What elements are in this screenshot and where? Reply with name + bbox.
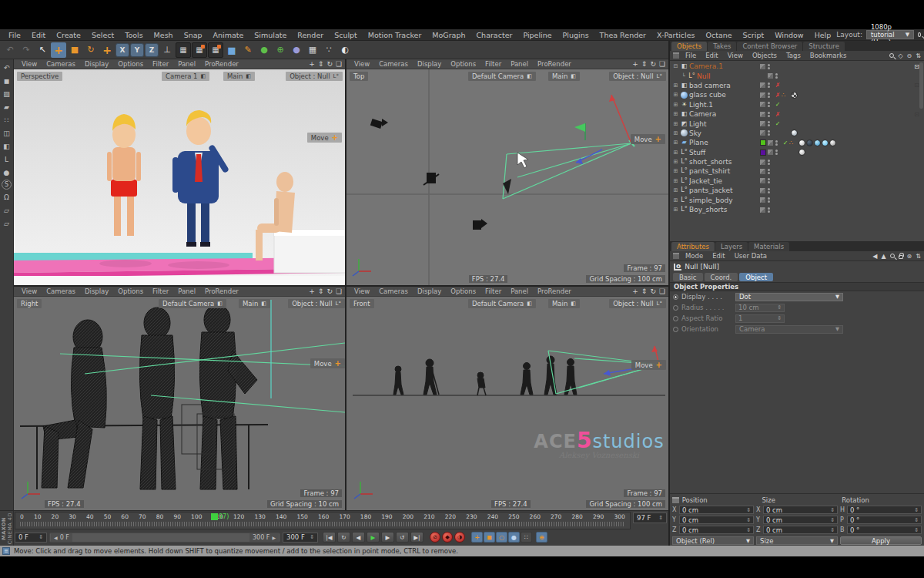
visibility-dots-icon[interactable] (768, 168, 771, 175)
keyframe-circle-icon[interactable] (673, 327, 678, 332)
size-field[interactable]: 0 cm⇕ (763, 506, 838, 514)
menu-item[interactable]: Tools (119, 31, 148, 39)
viewport-menu-item[interactable]: Cameras (42, 287, 80, 295)
material-tag[interactable] (791, 129, 798, 136)
position-field[interactable]: 0 cm⇕ (679, 526, 754, 534)
visibility-square-icon[interactable] (760, 92, 765, 98)
mode-toolbar-icon[interactable]: ▱ (1, 217, 12, 229)
visibility-square-icon[interactable] (760, 130, 765, 136)
viewport-menu-item[interactable]: View (17, 60, 42, 68)
view-control-icon[interactable]: ❏ (659, 60, 665, 68)
timeline-ruler[interactable]: 0102030405060708090100110120130140150160… (15, 512, 631, 529)
toolbar-icon[interactable]: ● (256, 42, 272, 58)
expression-tag-icon[interactable]: ∴ (789, 139, 798, 146)
transport-button[interactable]: ↺ (396, 532, 409, 543)
toolbar-icon[interactable]: + (51, 42, 66, 58)
object-name[interactable]: Light (689, 120, 760, 128)
toolbar-icon[interactable]: ▦ (305, 42, 320, 58)
object-manager-menu-item[interactable]: Objects (748, 52, 782, 59)
toolbar-icon[interactable]: ↷ (18, 42, 34, 58)
main-label[interactable]: Main◧ (548, 299, 580, 308)
toolbar-icon[interactable]: Y (130, 43, 144, 57)
object-name[interactable]: pants_jacket (689, 187, 760, 194)
object-name[interactable]: Null (697, 72, 768, 80)
mode-toolbar-icon[interactable]: L (1, 153, 12, 165)
viewport-menu-item[interactable]: Options (446, 60, 480, 68)
object-row[interactable]: ⊞ L° pants_tshirt (670, 166, 924, 176)
visibility-dots-icon[interactable] (775, 139, 778, 146)
range-left-handle[interactable]: ◀ (54, 535, 58, 540)
viewport-menu-item[interactable]: View (350, 287, 374, 295)
object-row[interactable]: ⊞ ◧ bad camera ✗ (670, 81, 924, 90)
object-manager-menu-item[interactable]: File (681, 52, 701, 59)
viewport-top[interactable]: ViewCamerasDisplayOptionsFilterPanelProR… (346, 59, 668, 285)
view-control-icon[interactable]: + (309, 287, 315, 295)
mode-toolbar-icon[interactable]: ◫ (1, 127, 12, 139)
mode-toolbar-icon[interactable]: ● (1, 166, 12, 178)
visibility-dots-icon[interactable] (768, 82, 771, 89)
rotation-field[interactable]: 0 °⇕ (847, 506, 922, 514)
transport-button[interactable]: ▶| (410, 532, 424, 543)
material-tag[interactable] (798, 149, 805, 156)
viewport-menu-item[interactable]: Options (113, 287, 148, 295)
visibility-dots-icon[interactable] (768, 159, 771, 166)
viewport-menu-item[interactable]: Panel (173, 60, 200, 68)
keyframe-toggle-button[interactable]: ◼ (484, 532, 495, 543)
mode-toolbar-icon[interactable]: S (2, 180, 12, 190)
camera-label[interactable]: Default Camera◧ (159, 299, 226, 308)
viewport-menu-item[interactable]: Options (446, 287, 480, 295)
object-name[interactable]: Stuff (689, 149, 760, 156)
layout-dropdown[interactable]: 1080p tutorial (User)▼ (866, 30, 914, 39)
object-name[interactable]: Camera.1 (689, 62, 760, 70)
toolbar-icon[interactable]: Z (145, 43, 159, 57)
playhead[interactable]: 97) (211, 513, 229, 529)
menu-item[interactable]: Render (292, 31, 329, 39)
viewport-menu-item[interactable]: ProRender (200, 60, 243, 68)
visibility-dots-icon[interactable] (768, 177, 771, 184)
range-right-handle[interactable]: ▶ (272, 535, 276, 540)
transport-button[interactable]: ◀ (352, 532, 365, 543)
expand-toggle-icon[interactable]: ⊞ (672, 168, 679, 174)
viewport-right[interactable]: ViewCamerasDisplayOptionsFilterPanelProR… (14, 287, 345, 510)
toolbar-icon[interactable]: ↶ (2, 42, 18, 58)
mode-toolbar-icon[interactable]: ▨ (1, 88, 12, 99)
attribute-subtab[interactable]: Basic (673, 273, 703, 281)
lock-icon[interactable] (899, 255, 903, 259)
viewport-perspective[interactable]: ViewCamerasDisplayOptionsFilterPanelProR… (14, 59, 345, 285)
front-scene[interactable] (346, 297, 668, 510)
viewport-menu-item[interactable]: Display (80, 60, 113, 68)
filter-icon[interactable]: ⊖ (907, 52, 912, 59)
expand-toggle-icon[interactable]: ⊞ (672, 178, 679, 184)
object-row[interactable]: ⊞ L° Boy_shorts (670, 205, 924, 214)
enabled-state-icon[interactable]: ✓ (782, 139, 789, 146)
keyframe-toggle-button[interactable]: ○ (496, 532, 507, 543)
viewport-menu-item[interactable]: ProRender (533, 60, 576, 68)
viewport-menu-item[interactable]: View (17, 287, 42, 295)
visibility-square-icon[interactable] (768, 140, 773, 146)
object-row[interactable]: ⊞ ◧ Camera ✗ (670, 109, 924, 119)
visibility-dots-icon[interactable] (768, 207, 771, 213)
protection-tag-icon[interactable]: ⊡ (914, 111, 919, 118)
view-control-icon[interactable]: ⇕ (318, 287, 324, 295)
expand-toggle-icon[interactable]: ⊞ (672, 187, 679, 193)
object-name[interactable]: Boy_shorts (689, 206, 760, 213)
visibility-dots-icon[interactable] (775, 72, 778, 79)
transport-button[interactable]: ↻ (337, 532, 350, 543)
visibility-square-icon[interactable] (760, 121, 765, 126)
viewport-menu-item[interactable]: Filter (148, 287, 173, 295)
object-label[interactable]: Object : NullL° (609, 72, 666, 81)
object-name[interactable]: Sky (689, 129, 760, 137)
menu-item[interactable]: Select (86, 31, 119, 39)
section-header[interactable]: Object Properties (670, 282, 924, 291)
transport-button[interactable]: |◀ (323, 532, 336, 543)
menu-item[interactable]: Mesh (149, 31, 179, 39)
current-frame-field[interactable]: 97 F⇕ (633, 512, 667, 523)
menu-item[interactable]: Snap (179, 31, 208, 39)
expand-toggle-icon[interactable]: └ (680, 73, 687, 79)
main-label[interactable]: Main◧ (223, 72, 255, 81)
visibility-square-icon[interactable] (760, 82, 765, 88)
attribute-tab[interactable]: Attributes (671, 242, 715, 251)
menu-item[interactable]: Simulate (249, 31, 292, 39)
view-control-icon[interactable]: ⇕ (641, 60, 648, 68)
visibility-dots-icon[interactable] (768, 63, 771, 70)
